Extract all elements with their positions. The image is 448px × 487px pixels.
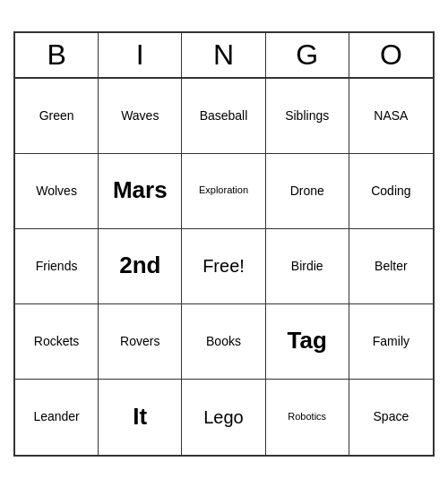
bingo-cell-r3-c4: Family xyxy=(349,304,433,380)
bingo-cell-r3-c2: Books xyxy=(182,304,265,380)
bingo-card: BINGO GreenWavesBaseballSiblingsNASAWolv… xyxy=(13,31,435,457)
bingo-cell-r2-c0: Friends xyxy=(15,229,99,304)
bingo-cell-r2-c4: Belter xyxy=(349,229,433,304)
bingo-cell-r4-c3: Robotics xyxy=(266,380,349,455)
bingo-cell-r1-c2: Exploration xyxy=(182,154,265,229)
bingo-cell-r4-c1: It xyxy=(99,380,182,455)
bingo-cell-r4-c0: Leander xyxy=(15,380,99,455)
bingo-cell-r4-c4: Space xyxy=(349,380,433,455)
cell-label: Wolves xyxy=(36,184,77,199)
cell-label: Siblings xyxy=(285,108,329,124)
header-letter-n: N xyxy=(182,33,265,77)
cell-label: It xyxy=(133,403,147,431)
cell-label: Drone xyxy=(290,184,324,199)
bingo-cell-r4-c2: Lego xyxy=(182,380,265,455)
cell-label: Rockets xyxy=(34,334,80,349)
cell-label: Robotics xyxy=(288,411,326,423)
header-letter-o: O xyxy=(349,33,433,77)
bingo-cell-r1-c3: Drone xyxy=(266,154,349,229)
bingo-cell-r0-c3: Siblings xyxy=(266,79,349,154)
bingo-cell-r2-c1: 2nd xyxy=(99,229,182,304)
cell-label: Exploration xyxy=(199,184,248,196)
cell-label: Belter xyxy=(375,259,408,274)
bingo-cell-r1-c0: Wolves xyxy=(15,154,99,229)
cell-label: Lego xyxy=(203,406,244,428)
cell-label: Free! xyxy=(202,255,245,277)
header-letter-g: G xyxy=(266,33,349,77)
bingo-header: BINGO xyxy=(15,33,433,79)
header-letter-b: B xyxy=(15,33,99,77)
bingo-cell-r3-c1: Rovers xyxy=(99,304,182,380)
bingo-cell-r0-c4: NASA xyxy=(349,79,433,154)
bingo-cell-r0-c2: Baseball xyxy=(182,79,265,154)
cell-label: Books xyxy=(206,334,241,349)
bingo-cell-r3-c3: Tag xyxy=(266,304,349,380)
bingo-cell-r0-c1: Waves xyxy=(99,79,182,154)
cell-label: Tag xyxy=(288,327,327,355)
cell-label: Coding xyxy=(371,184,410,199)
cell-label: Waves xyxy=(121,108,159,124)
cell-label: Green xyxy=(39,108,74,124)
cell-label: Rovers xyxy=(120,334,159,349)
cell-label: 2nd xyxy=(119,252,160,279)
cell-label: Birdie xyxy=(291,259,323,274)
cell-label: Leander xyxy=(33,409,79,424)
bingo-cell-r3-c0: Rockets xyxy=(15,304,99,380)
bingo-cell-r1-c1: Mars xyxy=(99,154,182,229)
cell-label: Mars xyxy=(113,176,168,204)
cell-label: Space xyxy=(374,409,409,424)
bingo-cell-r1-c4: Coding xyxy=(349,154,433,229)
header-letter-i: I xyxy=(99,33,182,77)
cell-label: NASA xyxy=(374,108,408,124)
bingo-cell-r0-c0: Green xyxy=(15,79,99,154)
bingo-cell-r2-c3: Birdie xyxy=(266,229,349,304)
bingo-grid: GreenWavesBaseballSiblingsNASAWolvesMars… xyxy=(15,79,433,455)
bingo-cell-r2-c2: Free! xyxy=(182,229,265,304)
cell-label: Family xyxy=(373,334,409,349)
cell-label: Friends xyxy=(36,259,78,274)
cell-label: Baseball xyxy=(200,108,248,124)
